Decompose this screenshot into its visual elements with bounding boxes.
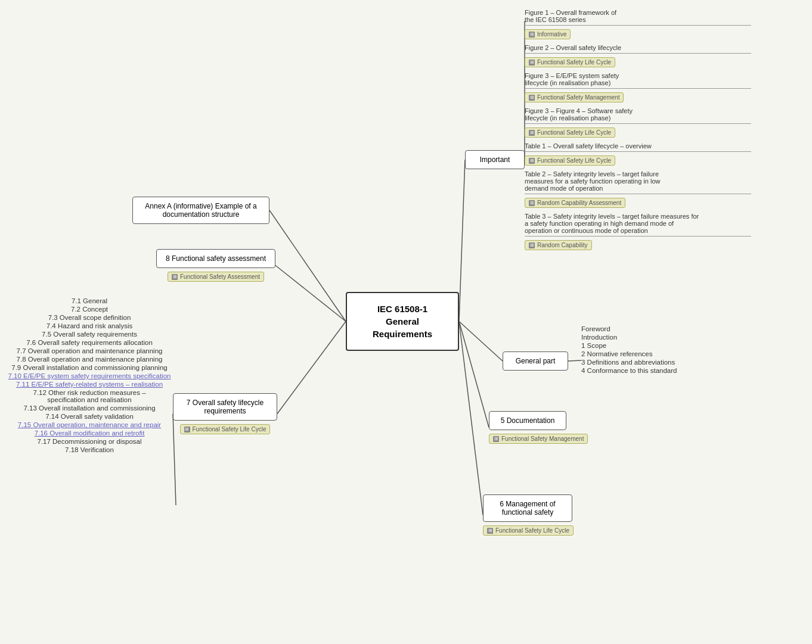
svg-line-4 bbox=[277, 322, 346, 414]
figures-panel: Figure 1 – Overall framework ofthe IEC 6… bbox=[525, 9, 751, 250]
s7-10[interactable]: 7.10 E/E/PE system safety requirements s… bbox=[3, 372, 176, 380]
center-title-line2: General bbox=[386, 316, 419, 326]
figure2-tag-label: Functional Safety Life Cycle bbox=[537, 59, 611, 66]
management-label: 6 Management offunctional safety bbox=[500, 500, 555, 517]
s7-15[interactable]: 7.15 Overall operation, maintenance and … bbox=[3, 421, 176, 429]
table2-tag: ⊞ Random Capability Assessment bbox=[525, 198, 625, 208]
assessment-tag: ⊞ Functional Safety Assessment bbox=[168, 272, 264, 282]
table1-tag: ⊞ Functional Safety Life Cycle bbox=[525, 155, 615, 166]
gp-scope: 1 Scope bbox=[581, 341, 748, 350]
figure1-tag: ⊞ Informative bbox=[525, 29, 571, 39]
figure2-label: Figure 2 – Overall safety lifecycle bbox=[525, 44, 751, 51]
s7-2: 7.2 Concept bbox=[3, 305, 176, 313]
svg-line-6 bbox=[269, 210, 346, 322]
figure4-tag-label: Functional Safety Life Cycle bbox=[537, 129, 611, 136]
annex-label: Annex A (informative) Example of a docum… bbox=[145, 202, 256, 219]
center-node: IEC 61508-1 General Requirements bbox=[346, 292, 459, 351]
management-tag-label: Functional Safety Life Cycle bbox=[495, 527, 569, 534]
documentation-node: 5 Documentation ⊞ Functional Safety Mana… bbox=[489, 411, 588, 444]
gp-introduction: Introduction bbox=[581, 333, 748, 341]
table2-label: Table 2 – Safety integrity levels – targ… bbox=[525, 170, 751, 192]
important-label: Important bbox=[480, 155, 510, 164]
s7-8: 7.8 Overall operation and maintenance pl… bbox=[3, 355, 176, 363]
section7-list: 7.1 General 7.2 Concept 7.3 Overall scop… bbox=[3, 297, 176, 454]
s7-12: 7.12 Other risk reduction measures –spec… bbox=[3, 388, 176, 404]
section7-node: 7 Overall safety lifecyclerequirements ⊞… bbox=[173, 393, 277, 434]
table1-tag-label: Functional Safety Life Cycle bbox=[537, 157, 611, 164]
s7-13: 7.13 Overall installation and commission… bbox=[3, 404, 176, 412]
section7-label: 7 Overall safety lifecyclerequirements bbox=[187, 399, 264, 415]
figure4-tag: ⊞ Functional Safety Life Cycle bbox=[525, 127, 615, 138]
documentation-label: 5 Documentation bbox=[501, 416, 555, 425]
svg-line-8 bbox=[568, 360, 581, 361]
important-node: Important bbox=[465, 150, 525, 169]
management-node: 6 Management offunctional safety ⊞ Funct… bbox=[483, 494, 574, 536]
management-tag-icon: ⊞ bbox=[487, 528, 493, 534]
s7-17: 7.17 Decommissioning or disposal bbox=[3, 437, 176, 446]
table3-tag-label: Random Capability bbox=[537, 242, 588, 248]
s7-7: 7.7 Overall operation and maintenance pl… bbox=[3, 347, 176, 355]
s7-5: 7.5 Overall safety requirements bbox=[3, 330, 176, 338]
center-title-line1: IEC 61508-1 bbox=[377, 304, 427, 314]
section7-tag-label: Functional Safety Life Cycle bbox=[193, 426, 266, 433]
s7-11[interactable]: 7.11 E/E/PE safety-related systems – rea… bbox=[3, 380, 176, 388]
doc-tag: ⊞ Functional Safety Management bbox=[489, 434, 588, 444]
figure3-label: Figure 3 – E/E/PE system safetylifecycle… bbox=[525, 72, 751, 86]
assessment-node: 8 Functional safety assessment ⊞ Functio… bbox=[156, 249, 275, 282]
svg-line-2 bbox=[459, 322, 489, 428]
section7-tag-icon: ⊞ bbox=[184, 427, 190, 433]
table3-tag: ⊞ Random Capability bbox=[525, 240, 592, 250]
figure3-tag-label: Functional Safety Management bbox=[537, 94, 619, 101]
figure3-tag: ⊞ Functional Safety Management bbox=[525, 92, 624, 102]
s7-1: 7.1 General bbox=[3, 297, 176, 305]
figure4-label: Figure 3 – Figure 4 – Software safetylif… bbox=[525, 107, 751, 122]
figure1-tag-label: Informative bbox=[537, 31, 566, 38]
table2-tag-label: Random Capability Assessment bbox=[537, 200, 621, 206]
table1-label: Table 1 – Overall safety lifecycle – ove… bbox=[525, 142, 751, 150]
s7-6: 7.6 Overall safety requirements allocati… bbox=[3, 338, 176, 347]
general-part-list: Foreword Introduction 1 Scope 2 Normativ… bbox=[581, 325, 748, 375]
assessment-label: 8 Functional safety assessment bbox=[166, 254, 266, 263]
table3-label: Table 3 – Safety integrity levels – targ… bbox=[525, 213, 751, 234]
s7-9: 7.9 Overall installation and commissioni… bbox=[3, 363, 176, 372]
general-part-node: General part bbox=[503, 351, 568, 371]
s7-3: 7.3 Overall scope definition bbox=[3, 313, 176, 322]
section7-tag: ⊞ Functional Safety Life Cycle bbox=[180, 424, 271, 434]
gp-conformance: 4 Conformance to this standard bbox=[581, 366, 748, 375]
assessment-tag-icon: ⊞ bbox=[172, 274, 178, 280]
figure1-label: Figure 1 – Overall framework ofthe IEC 6… bbox=[525, 9, 751, 23]
s7-16[interactable]: 7.16 Overall modification and retrofit bbox=[3, 429, 176, 437]
assessment-tag-label: Functional Safety Assessment bbox=[180, 273, 260, 280]
s7-18: 7.18 Verification bbox=[3, 446, 176, 454]
doc-tag-icon: ⊞ bbox=[493, 436, 499, 442]
doc-tag-label: Functional Safety Management bbox=[501, 435, 584, 442]
s7-4: 7.4 Hazard and risk analysis bbox=[3, 322, 176, 330]
center-title-line3: Requirements bbox=[373, 329, 432, 339]
management-tag: ⊞ Functional Safety Life Cycle bbox=[483, 525, 574, 536]
s7-14: 7.14 Overall safety validation bbox=[3, 412, 176, 421]
svg-line-1 bbox=[459, 322, 503, 362]
svg-line-0 bbox=[459, 160, 465, 322]
svg-line-3 bbox=[459, 322, 483, 515]
general-part-label: General part bbox=[516, 357, 556, 365]
gp-foreword: Foreword bbox=[581, 325, 748, 333]
svg-line-5 bbox=[275, 266, 346, 322]
figure2-tag: ⊞ Functional Safety Life Cycle bbox=[525, 57, 615, 67]
annex-node: Annex A (informative) Example of a docum… bbox=[132, 197, 269, 224]
gp-references: 2 Normative references bbox=[581, 350, 748, 358]
gp-definitions: 3 Definitions and abbreviations bbox=[581, 358, 748, 366]
